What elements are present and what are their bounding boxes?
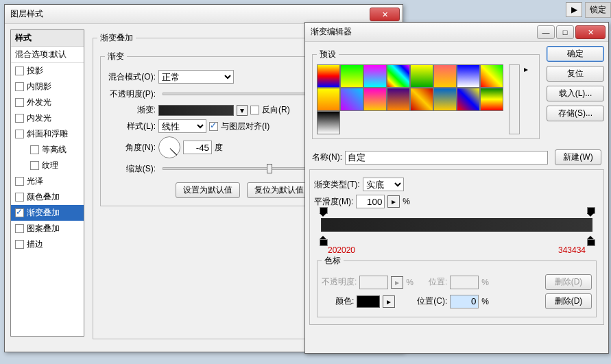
effect-item[interactable]: 斜面和浮雕 [11,126,84,142]
color-dropdown-icon[interactable]: ▸ [383,295,395,308]
smoothness-input[interactable] [356,195,385,208]
preset-grid [317,64,506,134]
effect-checkbox[interactable] [15,193,24,202]
effect-item[interactable]: 等高线 [11,142,84,158]
locked-label: 锁定 [585,2,611,18]
stops-group: 色标 不透明度: ▸ % 位置: % 删除(D) 颜色: ▸ 位置(C): % … [317,255,597,317]
preset-swatch[interactable] [387,64,410,88]
dialog-title: 图层样式 [10,8,370,20]
name-input[interactable] [345,151,548,165]
preset-swatch[interactable] [433,88,457,111]
effect-checkbox[interactable] [15,208,24,217]
effect-item[interactable]: 描边 [11,236,84,252]
titlebar[interactable]: 渐变编辑器 — □ ✕ [305,23,608,42]
preset-swatch[interactable] [480,88,503,111]
styles-header: 样式 [11,30,84,47]
color-stop-right[interactable] [587,236,594,244]
stop-opacity-pos-input [450,276,479,289]
effect-checkbox[interactable] [15,224,24,233]
app-toolbar: ▶ 锁定 [566,0,611,19]
gradient-def-group: 渐变类型(T): 实底 平滑度(M): ▸ % 202020 343434 色标… [309,169,604,325]
stop-opacity-input [359,276,388,289]
gradient-dropdown-icon[interactable]: ▾ [237,105,248,116]
preset-menu-icon[interactable]: ▸ [521,64,531,134]
preset-swatch[interactable] [410,88,433,111]
opacity-stop-left[interactable] [320,207,326,215]
preset-swatch[interactable] [387,88,410,111]
effect-item[interactable]: 外发光 [11,95,84,110]
blend-options-default[interactable]: 混合选项:默认 [11,47,84,63]
effect-checkbox[interactable] [15,98,24,107]
minimize-icon[interactable]: — [537,25,555,39]
effect-item[interactable]: 投影 [11,63,84,79]
preset-swatch[interactable] [457,88,480,111]
preset-swatch[interactable] [480,64,503,88]
preset-swatch[interactable] [317,111,340,134]
effect-checkbox[interactable] [15,177,24,186]
smoothness-dropdown-icon[interactable]: ▸ [387,195,400,208]
preset-scrollbar[interactable] [509,64,520,134]
effect-item[interactable]: 内阴影 [11,79,84,95]
reset-button[interactable]: 复位 [547,66,604,82]
gradient-editor-dialog: 渐变编辑器 — □ ✕ 预设 ▸ 确定 复位 载入(L)... 存储(S)...… [304,22,609,354]
preset-swatch[interactable] [317,64,340,88]
effects-list: 样式 混合选项:默认 投影内阴影外发光内发光斜面和浮雕等高线纹理光泽颜色叠加渐变… [10,29,84,337]
maximize-icon[interactable]: □ [556,25,574,39]
chevron-right-icon: ▸ [391,276,403,289]
new-button[interactable]: 新建(W) [555,149,601,165]
effect-item[interactable]: 内发光 [11,110,84,126]
effect-checkbox[interactable] [15,82,24,91]
color-swatch[interactable] [357,295,380,308]
preset-swatch[interactable] [340,64,363,88]
preset-swatch[interactable] [457,64,480,88]
ok-button[interactable]: 确定 [547,46,604,62]
reverse-checkbox[interactable] [250,106,259,114]
gradient-preview[interactable] [158,105,234,116]
angle-input[interactable] [183,141,212,154]
blend-mode-select[interactable]: 正常 [158,70,234,84]
delete-color-stop-button[interactable]: 删除(D) [545,293,592,309]
save-button[interactable]: 存储(S)... [547,106,604,121]
color-stop-left[interactable] [320,236,326,244]
preset-swatch[interactable] [340,88,363,111]
close-icon[interactable]: ✕ [575,25,606,39]
presets-group: 预设 ▸ [312,49,540,139]
dialog-title: 渐变编辑器 [311,26,536,38]
reset-default-button[interactable]: 复位为默认值 [247,182,311,198]
effect-item[interactable]: 渐变叠加 [11,205,84,221]
effect-checkbox[interactable] [15,130,24,138]
preset-swatch[interactable] [363,88,387,111]
preset-swatch[interactable] [410,64,433,88]
right-hex: 343434 [558,245,586,255]
gradient-bar[interactable]: 202020 343434 [321,215,592,234]
play-icon[interactable]: ▶ [566,2,582,17]
panel-title: 渐变叠加 [97,32,136,44]
align-checkbox[interactable] [209,122,218,131]
close-icon[interactable]: ✕ [370,8,400,21]
angle-dial[interactable] [158,136,180,158]
preset-swatch[interactable] [363,64,387,88]
color-position-input[interactable] [450,295,479,308]
set-default-button[interactable]: 设置为默认值 [176,182,240,198]
effect-checkbox[interactable] [30,161,39,170]
delete-opacity-stop-button: 删除(D) [545,274,592,290]
effect-checkbox[interactable] [15,114,24,123]
load-button[interactable]: 载入(L)... [547,86,604,101]
titlebar[interactable]: 图层样式 ✕ [5,5,403,24]
left-hex: 202020 [328,245,355,255]
effect-item[interactable]: 纹理 [11,158,84,173]
effect-item[interactable]: 颜色叠加 [11,189,84,205]
effect-checkbox[interactable] [15,66,24,75]
preset-swatch[interactable] [433,64,457,88]
style-select[interactable]: 线性 [158,119,206,133]
gradient-type-select[interactable]: 实底 [363,178,404,191]
effect-checkbox[interactable] [15,240,24,249]
preset-swatch[interactable] [317,88,340,111]
effect-item[interactable]: 图案叠加 [11,221,84,236]
effect-item[interactable]: 光泽 [11,173,84,189]
effect-checkbox[interactable] [30,145,39,154]
opacity-stop-right[interactable] [587,207,594,215]
